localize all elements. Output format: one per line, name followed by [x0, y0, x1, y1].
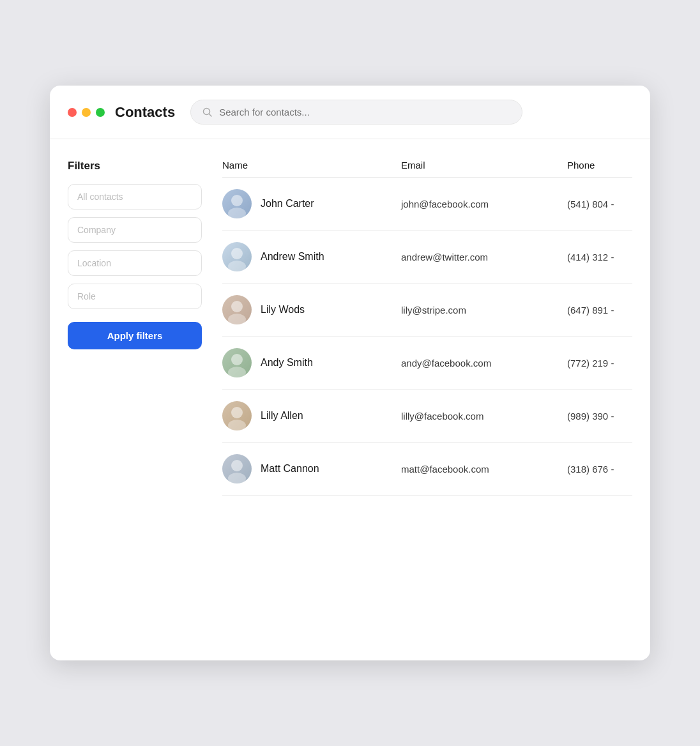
filter-location[interactable] — [68, 250, 202, 276]
maximize-button[interactable] — [96, 108, 105, 117]
table-header: Name Email Phone — [222, 160, 632, 178]
svg-point-9 — [228, 367, 246, 377]
svg-point-7 — [228, 314, 246, 324]
contact-name-cell: Andy Smith — [222, 348, 401, 377]
contact-phone: (414) 312 - — [567, 252, 632, 263]
contact-phone: (647) 891 - — [567, 305, 632, 316]
avatar — [222, 401, 252, 430]
titlebar: Contacts — [50, 86, 650, 139]
svg-point-11 — [228, 420, 246, 430]
contact-phone: (989) 390 - — [567, 411, 632, 422]
svg-point-6 — [231, 301, 243, 312]
contact-email: john@facebook.com — [401, 199, 567, 209]
table-row[interactable]: Lilly Allen lilly@facebook.com (989) 390… — [222, 390, 632, 443]
contact-email: andrew@twitter.com — [401, 252, 567, 263]
contact-name: Andy Smith — [261, 357, 313, 369]
app-title: Contacts — [115, 104, 175, 121]
contact-name: Lilly Allen — [261, 410, 303, 422]
contact-rows: John Carter john@facebook.com (541) 804 … — [222, 178, 632, 496]
apply-filters-button[interactable]: Apply filters — [68, 322, 202, 349]
avatar — [222, 189, 252, 218]
svg-point-2 — [231, 195, 243, 206]
contact-name-cell: Andrew Smith — [222, 242, 401, 271]
contact-name-cell: Matt Cannon — [222, 454, 401, 483]
contact-name: Andrew Smith — [261, 251, 324, 263]
contact-name: Lily Wods — [261, 304, 305, 316]
table-row[interactable]: Matt Cannon matt@facebook.com (318) 676 … — [222, 443, 632, 496]
filters-title: Filters — [68, 160, 202, 172]
search-input[interactable] — [219, 107, 510, 118]
main-content: Filters Apply filters Name Email Phone — [50, 139, 650, 516]
filter-all-contacts[interactable] — [68, 184, 202, 209]
svg-point-12 — [231, 460, 243, 471]
minimize-button[interactable] — [82, 108, 91, 117]
contact-name-cell: John Carter — [222, 189, 401, 218]
search-bar — [190, 100, 522, 125]
table-row[interactable]: Lily Wods lily@stripe.com (647) 891 - — [222, 284, 632, 337]
avatar — [222, 295, 252, 324]
contact-email: andy@facebook.com — [401, 358, 567, 369]
svg-point-5 — [228, 261, 246, 271]
svg-point-10 — [231, 407, 243, 418]
contact-email: lilly@facebook.com — [401, 411, 567, 422]
contact-email: matt@facebook.com — [401, 464, 567, 475]
svg-point-8 — [231, 354, 243, 365]
svg-line-1 — [209, 114, 212, 116]
svg-point-13 — [228, 473, 246, 483]
contact-email: lily@stripe.com — [401, 305, 567, 316]
avatar — [222, 348, 252, 377]
col-email: Email — [401, 160, 567, 171]
svg-point-3 — [228, 208, 246, 218]
contact-name: Matt Cannon — [261, 463, 319, 475]
traffic-lights — [68, 108, 105, 117]
filter-company[interactable] — [68, 217, 202, 243]
table-row[interactable]: Andy Smith andy@facebook.com (772) 219 - — [222, 337, 632, 390]
contact-name-cell: Lilly Allen — [222, 401, 401, 430]
svg-point-4 — [231, 248, 243, 259]
table-row[interactable]: Andrew Smith andrew@twitter.com (414) 31… — [222, 231, 632, 284]
avatar — [222, 242, 252, 271]
col-name: Name — [222, 160, 401, 171]
table-row[interactable]: John Carter john@facebook.com (541) 804 … — [222, 178, 632, 231]
contacts-table: Name Email Phone John Carter john@facebo… — [222, 160, 632, 496]
contact-name: John Carter — [261, 198, 314, 209]
close-button[interactable] — [68, 108, 77, 117]
col-phone: Phone — [567, 160, 632, 171]
contact-name-cell: Lily Wods — [222, 295, 401, 324]
filter-role[interactable] — [68, 284, 202, 309]
sidebar-filters: Filters Apply filters — [68, 160, 202, 496]
app-window: Contacts Filters Apply filters — [50, 86, 650, 660]
contact-phone: (541) 804 - — [567, 199, 632, 209]
filter-inputs — [68, 184, 202, 309]
avatar — [222, 454, 252, 483]
contact-phone: (772) 219 - — [567, 358, 632, 369]
search-icon — [202, 107, 213, 118]
contact-phone: (318) 676 - — [567, 464, 632, 475]
